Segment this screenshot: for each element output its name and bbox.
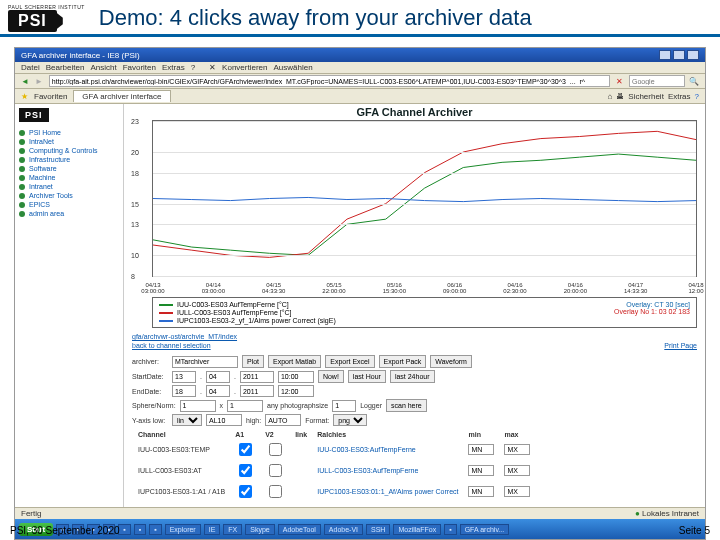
sphere-label: Sphere/Norm: (132, 402, 176, 409)
ylow-input[interactable] (206, 414, 242, 426)
close-button[interactable] (687, 50, 699, 60)
table-row: IUU-C003-ES03:TEMPIUU-C003-ES03:AufTempF… (134, 440, 534, 459)
index-link[interactable]: gfa/archvwr-ost/archvie_MT/index (132, 333, 237, 340)
channel-a1-checkbox[interactable] (239, 464, 252, 477)
sidebar-item[interactable]: Infrastructure (19, 155, 119, 164)
menu-ansicht[interactable]: Ansicht (90, 63, 116, 72)
search-icon[interactable]: 🔍 (689, 77, 699, 86)
channel-min[interactable] (468, 486, 494, 497)
sphere-x[interactable] (180, 400, 216, 412)
waveform-button[interactable]: Waveform (430, 355, 472, 368)
enddate-time[interactable] (278, 385, 314, 397)
sidebar-item[interactable]: Software (19, 164, 119, 173)
browser-tabs: ★ Favoriten GFA archiver interface ⌂ 🖶 S… (15, 89, 705, 104)
menu-extras[interactable]: Extras (162, 63, 185, 72)
startdate-year[interactable] (240, 371, 274, 383)
enddate-year[interactable] (240, 385, 274, 397)
sidebar-item[interactable]: PSI Home (19, 128, 119, 137)
scaling-select[interactable]: lin (172, 414, 202, 426)
ytick: 8 (131, 273, 135, 280)
window-controls (659, 50, 699, 60)
channel-v2-checkbox[interactable] (269, 443, 282, 456)
sidebar-item[interactable]: Computing & Controls (19, 146, 119, 155)
back-icon[interactable]: ◄ (21, 77, 29, 86)
print-page-link[interactable]: Print Page (664, 342, 697, 349)
menu-help[interactable]: ? (191, 63, 195, 72)
channel-v2-checkbox[interactable] (269, 485, 282, 498)
search-input[interactable] (629, 75, 685, 87)
channel-table: ChannelA1V2linkRalchiesminmax IUU-C003-E… (132, 429, 536, 503)
header-rule (0, 34, 720, 37)
startdate-time[interactable] (278, 371, 314, 383)
browser-statusbar: Fertig ● Lokales Intranet (15, 507, 705, 519)
menu-konvertieren[interactable]: Konvertieren (222, 63, 267, 72)
channel-max[interactable] (504, 444, 530, 455)
ytick: 15 (131, 200, 139, 207)
page-menu[interactable]: Sicherheit (628, 92, 664, 101)
back-link[interactable]: back to channel selection (132, 342, 211, 349)
sidebar-item[interactable]: EPICS (19, 200, 119, 209)
sidebar-item[interactable]: Archiver Tools (19, 191, 119, 200)
ytick: 18 (131, 169, 139, 176)
startdate-day[interactable] (172, 371, 196, 383)
sidebar-item[interactable]: admin area (19, 209, 119, 218)
photo-label: any photographsize (267, 402, 328, 409)
sphere-y[interactable] (227, 400, 263, 412)
help-icon[interactable]: ? (695, 92, 699, 101)
menu-favoriten[interactable]: Favoriten (123, 63, 156, 72)
ytick: 23 (131, 118, 139, 125)
yhigh-input[interactable] (265, 414, 301, 426)
overlay-no: Overlay No 1: 03 02 183 (614, 308, 690, 315)
sidebar-item[interactable]: IntraNet (19, 137, 119, 146)
archiver-input[interactable] (172, 356, 238, 368)
ytick: 13 (131, 221, 139, 228)
channel-max[interactable] (504, 465, 530, 476)
url-input[interactable] (49, 75, 610, 87)
menu-datei[interactable]: Datei (21, 63, 40, 72)
format-select[interactable]: png (333, 414, 367, 426)
channel-v2-checkbox[interactable] (269, 464, 282, 477)
maximize-button[interactable] (673, 50, 685, 60)
export-pack-button[interactable]: Export Pack (379, 355, 427, 368)
stop-icon[interactable]: ✕ (616, 77, 623, 86)
menu-auswaehlen[interactable]: Auswählen (273, 63, 312, 72)
channel-max[interactable] (504, 486, 530, 497)
print-icon[interactable]: 🖶 (616, 92, 624, 101)
xtick: 04/1504:33:30 (249, 282, 299, 294)
window-titlebar: GFA archiver interface - IE8 (PSI) (15, 48, 705, 62)
photo-val[interactable] (332, 400, 356, 412)
last24h-button[interactable]: last 24hour (390, 370, 435, 383)
channel-min[interactable] (468, 444, 494, 455)
enddate-month[interactable] (206, 385, 230, 397)
xtick: 04/1620:00:00 (550, 282, 600, 294)
legend-item: IUU-C003-ES03 AufTempFerne [°C] (159, 301, 336, 308)
sidebar-item[interactable]: Intranet (19, 182, 119, 191)
startdate-month[interactable] (206, 371, 230, 383)
home-icon[interactable]: ⌂ (607, 92, 612, 101)
plot-button[interactable]: Plot (242, 355, 264, 368)
archiver-label: archiver: (132, 358, 168, 365)
fwd-icon[interactable]: ► (35, 77, 43, 86)
scanhere-button[interactable]: scan here (386, 399, 427, 412)
channel-min[interactable] (468, 465, 494, 476)
minimize-button[interactable] (659, 50, 671, 60)
window-title: GFA archiver interface - IE8 (PSI) (21, 51, 140, 60)
status-left: Fertig (21, 509, 41, 518)
channel-a1-checkbox[interactable] (239, 485, 252, 498)
channel-a1-checkbox[interactable] (239, 443, 252, 456)
export-excel-button[interactable]: Export Excel (325, 355, 374, 368)
export-matlab-button[interactable]: Export Matlab (268, 355, 321, 368)
slide-title: Demo: 4 clicks away from your archiver d… (99, 5, 532, 31)
enddate-day[interactable] (172, 385, 196, 397)
browser-tab[interactable]: GFA archiver interface (73, 90, 170, 102)
favorites-icon[interactable]: ★ (21, 92, 28, 101)
sidebar-item[interactable]: Machine (19, 173, 119, 182)
lasthour-button[interactable]: last Hour (348, 370, 386, 383)
browser-menubar: Datei Bearbeiten Ansicht Favoriten Extra… (15, 62, 705, 74)
menu-bearbeiten[interactable]: Bearbeiten (46, 63, 85, 72)
now-button[interactable]: Now! (318, 370, 344, 383)
embedded-screenshot: GFA archiver interface - IE8 (PSI) Datei… (14, 47, 706, 540)
tools-menu[interactable]: Extras (668, 92, 691, 101)
address-bar: ◄ ► ✕ 🔍 (15, 74, 705, 89)
format-label: Format: (305, 417, 329, 424)
